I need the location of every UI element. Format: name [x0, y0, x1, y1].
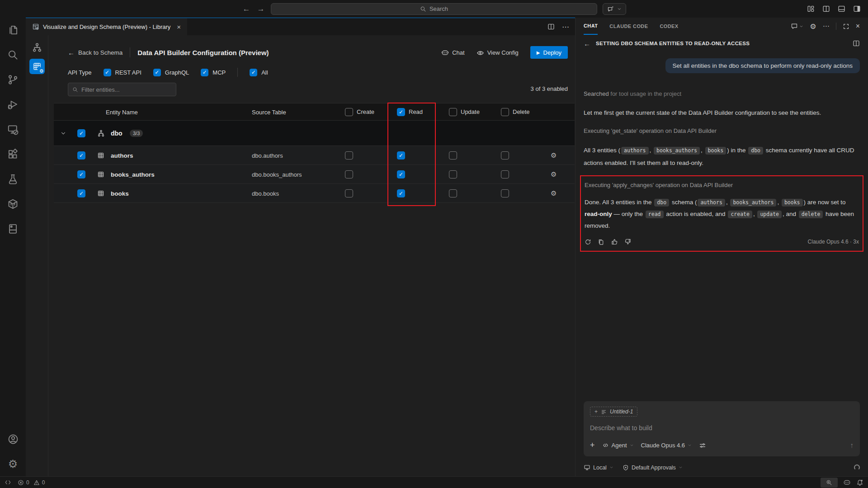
source-control-icon[interactable] [0, 67, 26, 92]
context-chip[interactable]: + Untitled-1 [590, 407, 637, 417]
settings-gear-icon[interactable]: ⚙ [0, 451, 26, 476]
read-checkbox[interactable] [397, 151, 405, 160]
command-center-search[interactable]: Search [271, 3, 597, 15]
chat-button[interactable]: Chat [441, 49, 464, 56]
all-checkbox[interactable] [250, 69, 257, 76]
view-config-button[interactable]: View Config [476, 49, 519, 56]
more-actions-icon[interactable]: ⋯ [562, 23, 570, 31]
tune-sliders-icon[interactable] [699, 442, 706, 449]
customize-layout-icon[interactable] [807, 5, 815, 13]
col-entity-name: Entity Name [106, 108, 138, 115]
update-column-checkbox[interactable] [449, 108, 457, 116]
account-icon[interactable] [0, 427, 26, 451]
run-debug-icon[interactable] [0, 92, 26, 117]
mode-picker[interactable]: Agent [602, 442, 634, 449]
thumbs-up-icon[interactable] [611, 238, 618, 245]
chat-input-box[interactable]: + Untitled-1 Describe what to build + Ag… [584, 401, 860, 456]
dab-webview: ⚙ ← Back to Schema Data API Builder Conf… [26, 35, 575, 476]
send-icon[interactable]: ↑ [850, 441, 854, 450]
group-checkbox[interactable] [77, 129, 85, 137]
approvals-picker[interactable]: Default Approvals [623, 465, 683, 471]
split-editor-icon[interactable] [822, 5, 830, 13]
toggle-panel-icon[interactable] [838, 5, 845, 13]
chat-more-icon[interactable]: ⋯ [823, 22, 830, 30]
searched-status: Searched for tool usage in the project [584, 90, 860, 97]
nav-back-icon[interactable]: ← [242, 5, 251, 14]
warning-icon [33, 479, 40, 486]
read-checkbox[interactable] [397, 170, 405, 178]
copilot-status-icon[interactable] [843, 479, 851, 486]
mcp-checkbox[interactable] [201, 69, 208, 76]
api-option-graphql[interactable]: GraphQL [153, 69, 189, 76]
schema-group-row[interactable]: dbo 3/3 [54, 121, 575, 146]
update-checkbox[interactable] [449, 189, 457, 197]
row-enabled-checkbox[interactable] [77, 170, 85, 178]
storage-icon[interactable] [0, 216, 26, 241]
api-option-mcp[interactable]: MCP [201, 69, 226, 76]
thumbs-down-icon[interactable] [624, 238, 632, 245]
notifications-bell-icon[interactable] [856, 479, 863, 486]
dab-config-tool-button[interactable]: ⚙ [29, 59, 45, 74]
close-panel-icon[interactable]: × [856, 22, 860, 30]
delete-checkbox[interactable] [501, 170, 509, 178]
tab-visualize-schema[interactable]: Visualize and Design Schema (Preview) - … [26, 18, 187, 35]
toggle-secondary-sidebar-icon[interactable] [853, 5, 861, 13]
explorer-icon[interactable] [0, 18, 26, 42]
problems-indicator[interactable]: 0 0 [18, 479, 45, 486]
retry-icon[interactable] [585, 239, 591, 245]
arrow-left-icon[interactable]: ← [584, 40, 590, 47]
create-checkbox[interactable] [345, 189, 353, 197]
read-column-checkbox[interactable] [397, 108, 405, 116]
nav-forward-icon[interactable]: → [256, 5, 265, 14]
create-column-checkbox[interactable] [345, 108, 353, 116]
remote-indicator-icon[interactable] [5, 479, 11, 486]
api-option-rest[interactable]: REST API [104, 69, 142, 76]
schema-designer-icon[interactable] [32, 42, 42, 52]
environment-picker[interactable]: Local [584, 464, 613, 471]
row-settings-icon[interactable]: ⚙ [551, 170, 557, 178]
row-settings-icon[interactable]: ⚙ [551, 151, 557, 160]
tab-chat[interactable]: CHAT [584, 18, 598, 35]
delete-column-checkbox[interactable] [501, 108, 509, 116]
new-chat-dropdown[interactable] [791, 23, 803, 30]
open-in-editor-icon[interactable] [853, 40, 860, 47]
maximize-icon[interactable] [843, 23, 849, 30]
update-checkbox[interactable] [449, 170, 457, 178]
rest-api-checkbox[interactable] [104, 69, 111, 76]
table-row[interactable]: books_authors dbo.books_authors ⚙ [54, 165, 575, 184]
deploy-button[interactable]: ▶ Deploy [530, 46, 568, 59]
read-checkbox[interactable] [397, 189, 405, 197]
graphql-checkbox[interactable] [153, 69, 161, 76]
row-enabled-checkbox[interactable] [77, 151, 85, 160]
update-checkbox[interactable] [449, 151, 457, 160]
split-editor-icon[interactable] [547, 23, 555, 30]
model-picker[interactable]: Claude Opus 4.6 [641, 442, 692, 449]
api-option-all[interactable]: All [250, 69, 268, 76]
tab-close-icon[interactable]: × [177, 23, 181, 31]
row-enabled-checkbox[interactable] [77, 189, 85, 197]
row-settings-icon[interactable]: ⚙ [551, 189, 557, 197]
table-row[interactable]: books dbo.books ⚙ [54, 184, 575, 203]
attach-icon[interactable]: + [590, 441, 595, 450]
chat-settings-gear-icon[interactable]: ⚙ [810, 22, 816, 31]
extensions-icon[interactable] [0, 142, 26, 167]
tab-codex[interactable]: CODEX [660, 18, 678, 35]
search-sidebar-icon[interactable] [0, 42, 26, 67]
environment-label: Local [593, 465, 607, 471]
create-checkbox[interactable] [345, 170, 353, 178]
filter-entities-input[interactable]: Filter entities... [68, 83, 176, 96]
remote-explorer-icon[interactable] [0, 117, 26, 142]
container-icon[interactable] [0, 192, 26, 216]
create-checkbox[interactable] [345, 151, 353, 160]
delete-checkbox[interactable] [501, 189, 509, 197]
copilot-chat-button[interactable] [603, 3, 626, 15]
back-to-schema-link[interactable]: ← Back to Schema [68, 49, 123, 56]
chevron-down-icon[interactable] [60, 130, 66, 136]
tab-claude-code[interactable]: CLAUDE CODE [609, 18, 648, 35]
test-explorer-icon[interactable] [0, 167, 26, 192]
copy-icon[interactable] [598, 239, 604, 245]
table-row[interactable]: authors dbo.authors ⚙ [54, 146, 575, 165]
col-delete: Delete [513, 108, 530, 115]
delete-checkbox[interactable] [501, 151, 509, 160]
zoom-status-button[interactable] [821, 478, 838, 488]
